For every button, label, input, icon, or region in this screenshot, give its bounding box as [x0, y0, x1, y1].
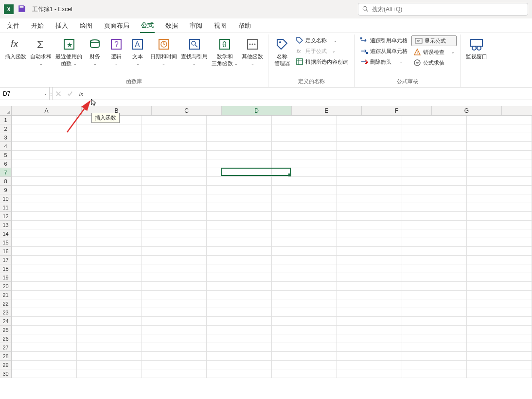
- cell[interactable]: [272, 168, 337, 177]
- cell[interactable]: [77, 186, 142, 194]
- cell[interactable]: [207, 203, 272, 212]
- cell[interactable]: [272, 212, 337, 221]
- row-header-26[interactable]: 26: [0, 334, 12, 343]
- row-header-20[interactable]: 20: [0, 282, 12, 291]
- cell[interactable]: [12, 151, 77, 159]
- cell[interactable]: [402, 282, 467, 291]
- financial-button[interactable]: 财务⌄: [84, 35, 106, 68]
- cell[interactable]: [12, 124, 77, 133]
- cell[interactable]: [467, 124, 532, 133]
- cell[interactable]: [77, 168, 142, 177]
- cell[interactable]: [467, 194, 532, 203]
- cell[interactable]: [12, 282, 77, 291]
- cell[interactable]: [402, 221, 467, 229]
- cell[interactable]: [207, 221, 272, 229]
- tab-draw[interactable]: 绘图: [79, 19, 93, 33]
- cell[interactable]: [77, 247, 142, 256]
- cell[interactable]: [207, 194, 272, 203]
- cell[interactable]: [272, 133, 337, 142]
- cell[interactable]: [142, 264, 207, 273]
- row-header-27[interactable]: 27: [0, 343, 12, 352]
- cell[interactable]: [337, 212, 402, 221]
- datetime-button[interactable]: 日期和时间⌄: [148, 35, 179, 68]
- cell[interactable]: [207, 229, 272, 238]
- cell[interactable]: [337, 264, 402, 273]
- cell[interactable]: [272, 256, 337, 264]
- cell[interactable]: [467, 142, 532, 151]
- cell[interactable]: [142, 151, 207, 159]
- row-header-19[interactable]: 19: [0, 273, 12, 282]
- cell[interactable]: [467, 168, 532, 177]
- cell[interactable]: [467, 116, 532, 124]
- row-header-2[interactable]: 2: [0, 124, 12, 133]
- tab-help[interactable]: 帮助: [237, 19, 252, 33]
- cell[interactable]: [207, 151, 272, 159]
- cell[interactable]: [12, 168, 77, 177]
- cell[interactable]: [77, 334, 142, 343]
- cell[interactable]: [12, 317, 77, 326]
- search-box[interactable]: [358, 3, 528, 16]
- cell[interactable]: [467, 256, 532, 264]
- cell[interactable]: [142, 273, 207, 282]
- cell[interactable]: [12, 343, 77, 352]
- select-all-corner[interactable]: [0, 106, 12, 115]
- cell[interactable]: [402, 343, 467, 352]
- evaluate-formula-button[interactable]: fx 公式求值: [411, 58, 457, 68]
- cell[interactable]: [142, 186, 207, 194]
- cell[interactable]: [207, 352, 272, 361]
- cell[interactable]: [272, 186, 337, 194]
- cell[interactable]: [402, 273, 467, 282]
- cell[interactable]: [337, 159, 402, 168]
- row-header-8[interactable]: 8: [0, 177, 12, 186]
- name-manager-button[interactable]: 名称 管理器: [271, 35, 293, 67]
- cell[interactable]: [12, 159, 77, 168]
- cell[interactable]: [12, 116, 77, 124]
- cell[interactable]: [402, 299, 467, 308]
- row-header-17[interactable]: 17: [0, 256, 12, 264]
- cell[interactable]: [12, 291, 77, 299]
- cell[interactable]: [402, 177, 467, 186]
- col-header-D[interactable]: D: [222, 106, 292, 115]
- cell[interactable]: [77, 256, 142, 264]
- cell[interactable]: [467, 186, 532, 194]
- cell[interactable]: [467, 238, 532, 247]
- cell[interactable]: [272, 361, 337, 369]
- show-formulas-button[interactable]: fx 显示公式: [411, 35, 457, 46]
- cell[interactable]: [207, 116, 272, 124]
- cell[interactable]: [467, 177, 532, 186]
- save-icon[interactable]: [18, 4, 26, 15]
- cell[interactable]: [12, 212, 77, 221]
- cell[interactable]: [272, 247, 337, 256]
- cell[interactable]: [12, 273, 77, 282]
- row-header-12[interactable]: 12: [0, 212, 12, 221]
- cell[interactable]: [207, 133, 272, 142]
- cell[interactable]: [467, 308, 532, 317]
- lookup-button[interactable]: 查找与引用⌄: [179, 35, 210, 68]
- cell[interactable]: [337, 334, 402, 343]
- cell[interactable]: [337, 229, 402, 238]
- cell[interactable]: [467, 299, 532, 308]
- cell[interactable]: [12, 203, 77, 212]
- cell[interactable]: [272, 151, 337, 159]
- cell[interactable]: [142, 291, 207, 299]
- cell[interactable]: [337, 247, 402, 256]
- cancel-formula-button[interactable]: [53, 87, 64, 100]
- row-header-4[interactable]: 4: [0, 142, 12, 151]
- row-header-1[interactable]: 1: [0, 116, 12, 124]
- cell[interactable]: [12, 238, 77, 247]
- cell[interactable]: [337, 177, 402, 186]
- row-header-30[interactable]: 30: [0, 369, 12, 378]
- cell[interactable]: [12, 221, 77, 229]
- cell[interactable]: [77, 133, 142, 142]
- cell[interactable]: [272, 177, 337, 186]
- cell[interactable]: [337, 291, 402, 299]
- row-header-7[interactable]: 7: [0, 168, 12, 177]
- cell[interactable]: [272, 159, 337, 168]
- cell[interactable]: [142, 334, 207, 343]
- cell[interactable]: [207, 264, 272, 273]
- cell[interactable]: [142, 194, 207, 203]
- cell[interactable]: [402, 369, 467, 378]
- tab-data[interactable]: 数据: [164, 19, 179, 33]
- cell[interactable]: [467, 151, 532, 159]
- cell[interactable]: [142, 247, 207, 256]
